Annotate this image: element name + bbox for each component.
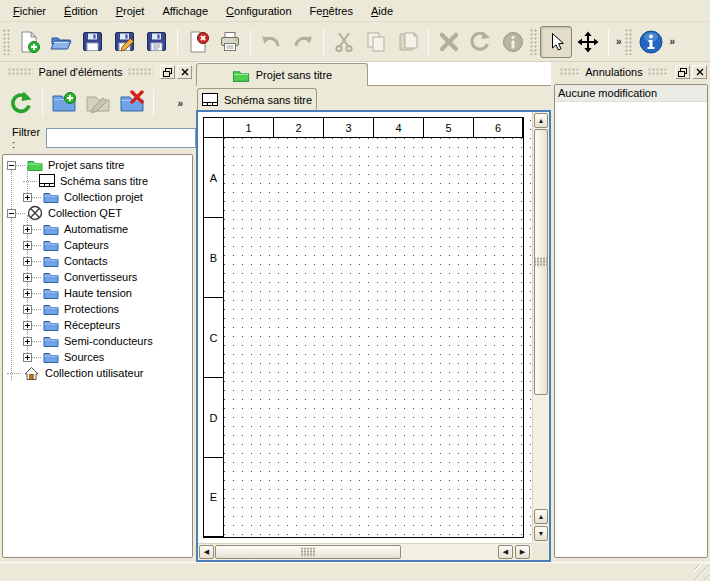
delete-category-button[interactable]	[115, 86, 149, 120]
expand-box[interactable]	[23, 321, 32, 330]
expand-box[interactable]	[23, 289, 32, 298]
edit-category-button[interactable]	[81, 86, 115, 120]
filter-input[interactable]	[46, 128, 196, 148]
undo-button[interactable]	[255, 26, 287, 58]
tree-item-sources[interactable]: Sources	[3, 349, 192, 365]
scroll-down-button[interactable]: ▼	[534, 526, 548, 541]
menu-configuration[interactable]: Configuration	[217, 2, 300, 20]
save-all-icon	[145, 30, 169, 54]
expand-box[interactable]	[23, 305, 32, 314]
diagram-frame: 1 2 3 4 5 6 A B C D E	[203, 117, 524, 538]
info-gray-icon	[501, 30, 525, 54]
scroll-right-button[interactable]: ▶	[515, 545, 530, 559]
tree-item-convertisseurs[interactable]: Convertisseurs	[3, 269, 192, 285]
tree-item-semi-conducteurs[interactable]: Semi-conducteurs	[3, 333, 192, 349]
new-category-button[interactable]	[47, 86, 81, 120]
diagram-view[interactable]: 1 2 3 4 5 6 A B C D E ▲	[196, 110, 551, 562]
tree-stub	[7, 373, 21, 374]
frame-row-header: B	[204, 218, 224, 298]
elements-panel-titlebar[interactable]: Panel d'éléments	[0, 62, 195, 82]
menu-fenetres[interactable]: Fenêtres	[301, 2, 362, 20]
menu-fichier[interactable]: Fichier	[4, 2, 55, 20]
pan-mode-button[interactable]	[572, 26, 604, 58]
tree-item-collection-utilisateur[interactable]: Collection utilisateur	[3, 365, 192, 381]
statusbar	[0, 562, 710, 581]
float-panel-button[interactable]	[160, 65, 175, 79]
rotate-button[interactable]	[465, 26, 497, 58]
scroll-up-button-2[interactable]: ▲	[534, 509, 548, 524]
scrollbar-corner	[532, 543, 549, 560]
horizontal-scroll-thumb[interactable]	[215, 545, 401, 559]
expand-box[interactable]	[23, 225, 32, 234]
element-info-button[interactable]	[497, 26, 529, 58]
collapse-box[interactable]	[7, 209, 16, 218]
horizontal-scrollbar[interactable]: ◀ ◀ ▶	[198, 543, 532, 560]
menu-aide[interactable]: Aide	[362, 2, 402, 20]
open-file-button[interactable]	[45, 26, 77, 58]
tree-stub	[23, 181, 37, 182]
save-as-button[interactable]	[109, 26, 141, 58]
print-button[interactable]	[214, 26, 246, 58]
delete-button[interactable]	[433, 26, 465, 58]
cut-button[interactable]	[328, 26, 360, 58]
save-button[interactable]	[77, 26, 109, 58]
vertical-scrollbar[interactable]: ▲ ▲ ▼	[532, 112, 549, 543]
diagram-canvas[interactable]: 1 2 3 4 5 6 A B C D E	[198, 112, 532, 543]
toolbar-overflow-chevron[interactable]: »	[667, 36, 678, 47]
collapse-box[interactable]	[7, 161, 16, 170]
close-panel-button[interactable]	[177, 65, 192, 79]
toolbar-overflow-chevron[interactable]: »	[613, 36, 624, 47]
expand-box[interactable]	[23, 353, 32, 362]
frame-row-header: C	[204, 298, 224, 378]
scroll-up-button[interactable]: ▲	[534, 113, 548, 128]
reload-collections-button[interactable]	[4, 86, 38, 120]
expand-box[interactable]	[23, 337, 32, 346]
save-icon	[81, 30, 105, 54]
vertical-scroll-thumb[interactable]	[534, 129, 548, 395]
float-panel-button[interactable]	[675, 65, 690, 79]
redo-button[interactable]	[287, 26, 319, 58]
menu-affichage[interactable]: Affichage	[153, 2, 217, 20]
save-all-button[interactable]	[141, 26, 173, 58]
scroll-left-button[interactable]: ◀	[199, 545, 214, 559]
tree-item-contacts[interactable]: Contacts	[3, 253, 192, 269]
elements-tree: Projet sans titre Schéma sans titre Coll…	[2, 154, 193, 558]
tree-item-automatisme[interactable]: Automatisme	[3, 221, 192, 237]
menu-projet[interactable]: Projet	[107, 2, 154, 20]
expand-box[interactable]	[23, 273, 32, 282]
close-panel-button[interactable]	[692, 65, 707, 79]
tree-item-capteurs[interactable]: Capteurs	[3, 237, 192, 253]
undo-history-list: Aucune modification	[554, 84, 708, 558]
tree-item-label: Haute tension	[64, 287, 132, 299]
toolbar-handle[interactable]	[625, 29, 632, 55]
copy-button[interactable]	[360, 26, 392, 58]
expand-box[interactable]	[23, 193, 32, 202]
tree-item-haute-tension[interactable]: Haute tension	[3, 285, 192, 301]
tree-item-label: Convertisseurs	[64, 271, 137, 283]
expand-box[interactable]	[23, 257, 32, 266]
tree-item-collection-projet[interactable]: Collection projet	[3, 189, 192, 205]
select-mode-button[interactable]	[540, 26, 572, 58]
tab-projet-sans-titre[interactable]: Projet sans titre	[196, 63, 368, 86]
menu-edition[interactable]: Édition	[55, 2, 107, 20]
new-file-icon	[17, 30, 41, 54]
frame-row-header: A	[204, 138, 224, 218]
tree-item-schema[interactable]: Schéma sans titre	[3, 173, 192, 189]
tree-item-protections[interactable]: Protections	[3, 301, 192, 317]
about-qet-button[interactable]	[635, 26, 667, 58]
paste-button[interactable]	[392, 26, 424, 58]
tree-item-recepteurs[interactable]: Récepteurs	[3, 317, 192, 333]
new-file-button[interactable]	[13, 26, 45, 58]
close-file-button[interactable]	[182, 26, 214, 58]
expand-box[interactable]	[23, 241, 32, 250]
tree-item-projet[interactable]: Projet sans titre	[3, 157, 192, 173]
tab-schema-sans-titre[interactable]: Schéma sans titre	[197, 88, 317, 110]
tree-item-collection-qet[interactable]: Collection QET	[3, 205, 192, 221]
scroll-left-button-2[interactable]: ◀	[498, 545, 513, 559]
toolbar-handle[interactable]	[530, 29, 537, 55]
undo-list-item[interactable]: Aucune modification	[555, 85, 707, 102]
window-resize-grip[interactable]	[694, 565, 709, 580]
toolbar-handle[interactable]	[3, 29, 10, 55]
panel-overflow-chevron[interactable]: »	[174, 98, 185, 109]
undo-panel-titlebar[interactable]: Annulations	[552, 62, 710, 82]
